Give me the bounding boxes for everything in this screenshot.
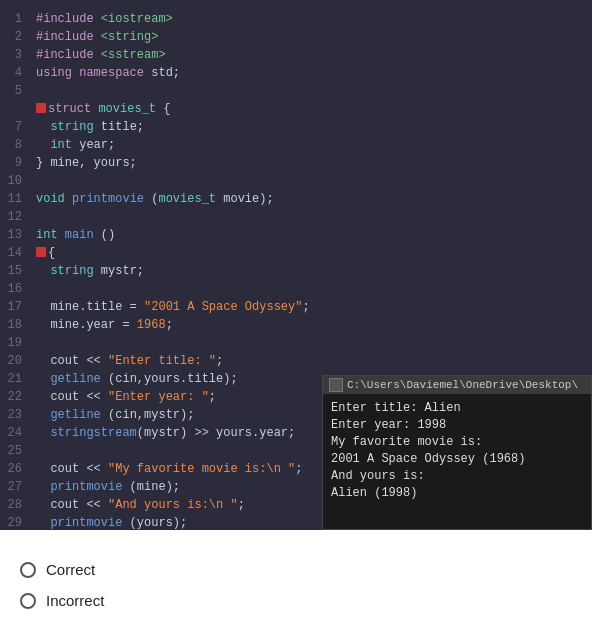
radio-incorrect[interactable] <box>20 593 36 609</box>
terminal-line-2: Enter year: 1998 <box>331 417 583 434</box>
code-editor: 1 2 3 4 5 7 8 9 10 11 12 13 14 15 16 17 … <box>0 0 592 530</box>
terminal-line-3: My favorite movie is: <box>331 434 583 451</box>
terminal-line-4: 2001 A Space Odyssey (1968) <box>331 451 583 468</box>
terminal-line-5: And yours is: <box>331 468 583 485</box>
terminal-window: C:\Users\Daviemel\OneDrive\Desktop\ Ente… <box>322 375 592 530</box>
radio-correct[interactable] <box>20 562 36 578</box>
terminal-icon <box>329 378 343 392</box>
terminal-line-1: Enter title: Alien <box>331 400 583 417</box>
label-incorrect: Incorrect <box>46 592 104 609</box>
option-correct[interactable]: Correct <box>20 561 572 578</box>
terminal-line-6: Alien (1998) <box>331 485 583 502</box>
terminal-output: Enter title: Alien Enter year: 1998 My f… <box>323 394 591 508</box>
option-incorrect[interactable]: Incorrect <box>20 592 572 609</box>
label-correct: Correct <box>46 561 95 578</box>
terminal-titlebar: C:\Users\Daviemel\OneDrive\Desktop\ <box>323 376 591 394</box>
quiz-section: Correct Incorrect <box>0 530 592 640</box>
terminal-title: C:\Users\Daviemel\OneDrive\Desktop\ <box>347 379 578 391</box>
line-numbers: 1 2 3 4 5 7 8 9 10 11 12 13 14 15 16 17 … <box>0 0 28 530</box>
